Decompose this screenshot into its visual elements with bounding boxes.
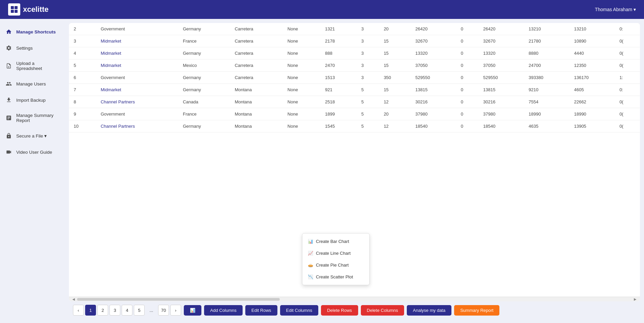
pagination: ‹ 1 2 3 4 5 ... 70 › xyxy=(73,305,181,316)
table-cell[interactable]: Midmarket xyxy=(96,84,178,96)
table-cell[interactable]: Midmarket xyxy=(96,59,178,72)
table-cell: 4635 xyxy=(524,120,569,132)
sidebar-label-secure-file: Secure a File ▾ xyxy=(16,133,47,139)
scroll-right-arrow[interactable]: ▶ xyxy=(633,297,637,301)
svg-rect-2 xyxy=(11,10,14,13)
table-cell: 20 xyxy=(379,108,411,120)
table-cell: Montana xyxy=(230,84,283,96)
table-cell: 0 xyxy=(456,72,478,84)
next-page-button[interactable]: › xyxy=(170,305,181,316)
table-cell: 18540 xyxy=(478,120,524,132)
table-cell: 9210 xyxy=(524,84,569,96)
table-cell: 22662 xyxy=(569,96,615,108)
create-bar-chart-item[interactable]: 📊 Create Bar Chart xyxy=(302,235,369,247)
sidebar-item-secure-file[interactable]: Secure a File ▾ xyxy=(0,128,65,143)
table-cell: 15 xyxy=(379,47,411,59)
table-cell: 37980 xyxy=(478,108,524,120)
sidebar-item-upload-spreadsheet[interactable]: Upload a Spreadsheet xyxy=(0,57,65,75)
app-logo: xcelitte xyxy=(8,3,49,16)
sidebar-label-import-backup: Import Backup xyxy=(16,98,46,103)
table-cell: Germany xyxy=(178,120,230,132)
table-row: 8Channel PartnersCanadaMontanaNone251851… xyxy=(69,96,640,108)
sidebar-item-manage-shortcuts[interactable]: Manage Shortcuts xyxy=(0,24,65,39)
table-cell: 0 xyxy=(456,96,478,108)
sidebar-item-video-user-guide[interactable]: Video User Guide xyxy=(0,145,65,159)
sidebar-label-video-user-guide: Video User Guide xyxy=(16,150,52,155)
table-cell: 0 xyxy=(456,84,478,96)
table-cell: 0: xyxy=(615,23,640,35)
table-cell: 18990 xyxy=(569,108,615,120)
table-cell: 32670 xyxy=(411,35,456,47)
edit-columns-button[interactable]: Edit Columns xyxy=(280,305,318,316)
table-cell: 0 xyxy=(456,35,478,47)
table-cell: 15 xyxy=(379,84,411,96)
table-cell: 12 xyxy=(379,120,411,132)
summary-report-button[interactable]: Summary Report xyxy=(454,305,499,316)
create-pie-chart-item[interactable]: 🥧 Create Pie Chart xyxy=(302,259,369,271)
lock-icon xyxy=(5,132,12,139)
table-cell: 2518 xyxy=(320,96,356,108)
chart-icon xyxy=(5,115,12,121)
table-cell: 2470 xyxy=(320,59,356,72)
table-cell: Montana xyxy=(230,108,283,120)
table-cell: 0( xyxy=(615,96,640,108)
edit-rows-button[interactable]: Edit Rows xyxy=(245,305,277,316)
table-cell: France xyxy=(178,35,230,47)
delete-rows-button[interactable]: Delete Rows xyxy=(321,305,358,316)
table-cell: 0( xyxy=(615,120,640,132)
table-row: 10Channel PartnersGermanyMontanaNone1545… xyxy=(69,120,640,132)
scrollbar-thumb[interactable] xyxy=(77,298,280,301)
table-cell: Germany xyxy=(178,47,230,59)
sidebar-item-manage-users[interactable]: Manage Users xyxy=(0,76,65,91)
table-cell: 13320 xyxy=(478,47,524,59)
table-cell: Carretera xyxy=(230,35,283,47)
scroll-left-arrow[interactable]: ◀ xyxy=(72,297,76,301)
chart-dropdown-button[interactable]: 📊 xyxy=(184,305,201,316)
table-row: 3MidmarketFranceCarreteraNone21783153267… xyxy=(69,35,640,47)
table-cell: 12 xyxy=(379,96,411,108)
table-cell: 37980 xyxy=(411,108,456,120)
table-cell: 3 xyxy=(356,35,379,47)
table-cell: 32670 xyxy=(478,35,524,47)
table-cell: 26420 xyxy=(411,23,456,35)
page-4-button[interactable]: 4 xyxy=(122,305,132,316)
data-table: 2GovernmentGermanyCarreteraNone132132026… xyxy=(69,23,640,132)
create-bar-chart-label: Create Bar Chart xyxy=(316,239,349,244)
page-ellipsis-button: ... xyxy=(146,305,157,316)
sidebar-item-settings[interactable]: Settings xyxy=(0,41,65,55)
delete-columns-button[interactable]: Delete Columns xyxy=(361,305,404,316)
page-5-button[interactable]: 5 xyxy=(134,305,145,316)
table-cell: 4605 xyxy=(569,84,615,96)
analyse-button[interactable]: Analyse my data xyxy=(407,305,451,316)
table-cell[interactable]: Channel Partners xyxy=(96,120,178,132)
create-scatter-plot-item[interactable]: 📉 Create Scatter Plot xyxy=(302,271,369,283)
add-columns-button[interactable]: Add Columns xyxy=(204,305,243,316)
horizontal-scrollbar[interactable]: ◀ ▶ xyxy=(69,297,640,301)
page-70-button[interactable]: 70 xyxy=(158,305,169,316)
prev-page-button[interactable]: ‹ xyxy=(73,305,84,316)
import-icon xyxy=(5,97,12,103)
page-1-button[interactable]: 1 xyxy=(85,305,96,316)
table-cell: 1321 xyxy=(320,23,356,35)
user-menu[interactable]: Thomas Abraham ▾ xyxy=(595,7,636,12)
table-cell[interactable]: Midmarket xyxy=(96,35,178,47)
table-cell: 5 xyxy=(69,59,96,72)
sidebar-item-manage-summary-report[interactable]: Manage Summary Report xyxy=(0,109,65,127)
page-3-button[interactable]: 3 xyxy=(109,305,120,316)
table-cell: 4 xyxy=(69,47,96,59)
page-2-button[interactable]: 2 xyxy=(97,305,108,316)
table-cell: Germany xyxy=(178,23,230,35)
table-cell: 0 xyxy=(456,23,478,35)
table-cell: 30216 xyxy=(478,96,524,108)
table-cell: 5 xyxy=(356,84,379,96)
table-cell: None xyxy=(283,23,320,35)
table-cell: 37050 xyxy=(478,59,524,72)
sidebar-item-import-backup[interactable]: Import Backup xyxy=(0,93,65,107)
table-cell[interactable]: Midmarket xyxy=(96,47,178,59)
table-cell[interactable]: Channel Partners xyxy=(96,96,178,108)
create-line-chart-item[interactable]: 📈 Create Line Chart xyxy=(302,247,369,259)
table-cell: Montana xyxy=(230,96,283,108)
table-cell: 136170 xyxy=(569,72,615,84)
table-cell: 13905 xyxy=(569,120,615,132)
users-icon xyxy=(5,80,12,87)
